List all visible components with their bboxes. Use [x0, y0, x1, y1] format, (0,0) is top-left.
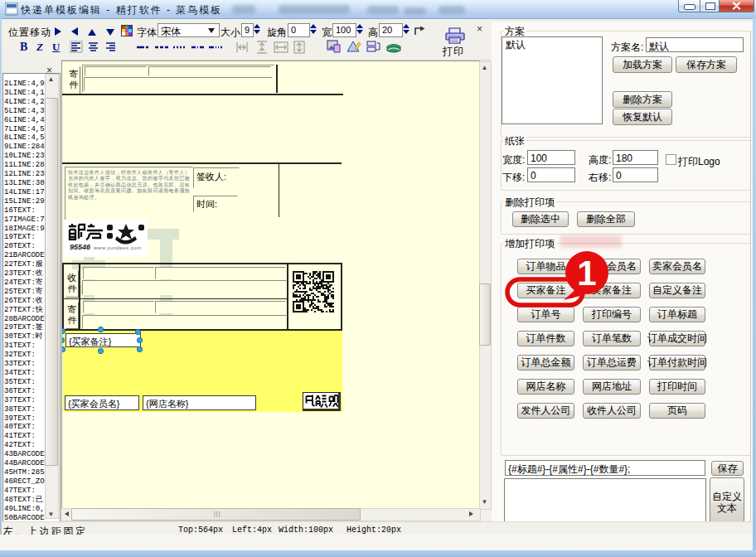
svg-text:1: 1 — [577, 254, 596, 293]
